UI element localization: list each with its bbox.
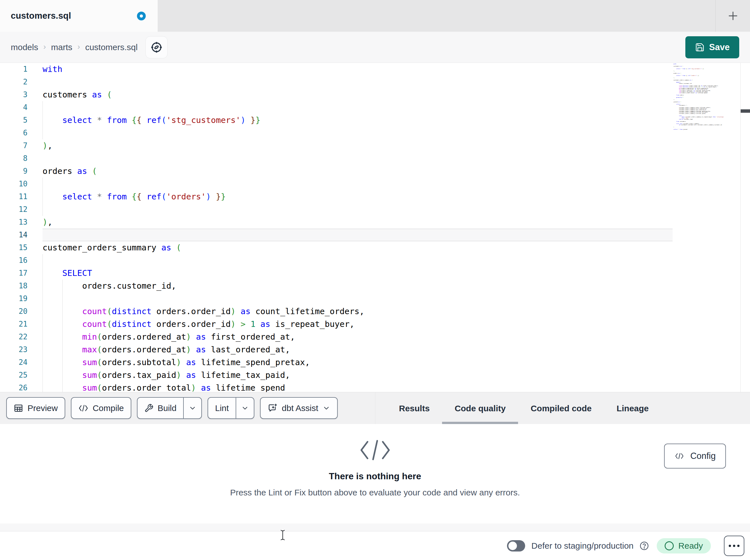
breadcrumb-separator: › — [43, 42, 46, 53]
code-lines[interactable]: 1with23customers as (45 select * from {{… — [0, 63, 673, 392]
line-number: 21 — [0, 318, 42, 331]
breadcrumb-customers-sql: customers.sql — [85, 42, 138, 52]
line-number: 23 — [0, 343, 42, 356]
line-number: 11 — [0, 190, 42, 203]
code-line[interactable]: 8 — [0, 152, 673, 165]
build-dropdown-button[interactable] — [183, 398, 201, 418]
empty-state-message: Press the Lint or Fix button above to ev… — [230, 488, 520, 497]
compile-button[interactable]: Compile — [71, 397, 131, 419]
preview-label: Preview — [27, 403, 58, 413]
chevron-down-icon — [322, 404, 330, 412]
code-line[interactable]: 5 select * from {{ ref('stg_customers') … — [0, 114, 673, 127]
tab-compiled-code-label: Compiled code — [531, 403, 592, 413]
line-number: 15 — [0, 241, 42, 254]
save-button[interactable]: Save — [685, 36, 739, 58]
preview-button[interactable]: Preview — [6, 397, 65, 419]
defer-toggle[interactable] — [507, 540, 525, 552]
ibeam-cursor — [279, 529, 287, 541]
line-number: 24 — [0, 356, 42, 369]
code-line[interactable]: 23 max(orders.ordered_at) as last_ordere… — [0, 343, 673, 356]
tab-lineage-label: Lineage — [616, 403, 649, 413]
empty-code-icon — [358, 439, 392, 461]
code-line[interactable]: 3customers as ( — [0, 88, 673, 101]
tab-results-label: Results — [399, 403, 430, 413]
tab-lineage[interactable]: Lineage — [604, 392, 661, 424]
action-toolbar: Preview Compile Build — [0, 392, 750, 424]
toggle-knob-icon — [508, 542, 517, 550]
code-line[interactable]: 13), — [0, 216, 673, 229]
line-number: 20 — [0, 305, 42, 318]
code-line[interactable]: 21 count(distinct orders.order_id) > 1 a… — [0, 318, 673, 331]
code-line[interactable]: 4 — [0, 101, 673, 114]
chevron-down-icon — [189, 404, 197, 412]
minimap[interactable]: with customers as ( select * from {{ ref… — [673, 63, 741, 392]
code-quality-panel: Config There is nothing here Press the L… — [0, 424, 750, 523]
code-line[interactable]: 15customer_orders_summary as ( — [0, 241, 673, 254]
code-line[interactable]: 2 — [0, 76, 673, 88]
build-label: Build — [158, 403, 177, 413]
toolbar-divider — [375, 392, 375, 424]
code-line[interactable]: 1with — [0, 63, 673, 76]
tab-results[interactable]: Results — [387, 392, 442, 424]
code-line[interactable]: 19 — [0, 292, 673, 305]
line-number: 4 — [0, 101, 42, 114]
new-tab-button[interactable] — [715, 0, 750, 32]
code-line[interactable]: 26 sum(orders.order_total) as lifetime_s… — [0, 381, 673, 392]
tab-compiled-code[interactable]: Compiled code — [518, 392, 604, 424]
line-number: 26 — [0, 381, 42, 392]
line-number: 22 — [0, 331, 42, 343]
code-line[interactable]: 24 sum(orders.subtotal) as lifetime_spen… — [0, 356, 673, 369]
line-number: 16 — [0, 254, 42, 267]
code-editor[interactable]: 1with23customers as (45 select * from {{… — [0, 63, 750, 392]
code-line[interactable]: 14 — [0, 229, 673, 241]
breadcrumb-models[interactable]: models — [11, 42, 38, 52]
breadcrumb: models › marts › customers.sql — [11, 32, 167, 63]
lint-dropdown-button[interactable] — [236, 398, 254, 418]
assist-chat-icon — [268, 403, 278, 413]
line-number: 25 — [0, 369, 42, 381]
lint-split-button: Lint — [208, 397, 254, 419]
line-number: 13 — [0, 216, 42, 229]
line-number: 10 — [0, 178, 42, 190]
explore-lineage-button[interactable] — [145, 36, 167, 58]
editor-action-buttons: Preview Compile Build — [6, 397, 338, 419]
code-line[interactable]: 10 — [0, 178, 673, 190]
line-number: 14 — [0, 229, 42, 241]
build-button[interactable]: Build — [138, 398, 183, 418]
line-number: 9 — [0, 165, 42, 178]
code-icon — [78, 404, 88, 412]
tab-customers-sql[interactable]: customers.sql — [0, 0, 158, 32]
dbt-assist-button[interactable]: dbt Assist — [260, 397, 338, 419]
code-line[interactable]: 12 — [0, 203, 673, 216]
code-line[interactable]: 22 min(orders.ordered_at) as first_order… — [0, 331, 673, 343]
tab-code-quality-label: Code quality — [455, 403, 506, 413]
breadcrumb-marts[interactable]: marts — [51, 42, 72, 52]
panel-scroll-strip — [0, 523, 750, 532]
more-options-button[interactable] — [724, 536, 744, 556]
status-badge-ready[interactable]: Ready — [657, 538, 711, 554]
code-line[interactable]: 20 count(distinct orders.order_id) as co… — [0, 305, 673, 318]
help-icon[interactable] — [639, 541, 649, 551]
build-split-button: Build — [137, 397, 202, 419]
code-line[interactable]: 9orders as ( — [0, 165, 673, 178]
line-number: 19 — [0, 292, 42, 305]
empty-state: There is nothing here Press the Lint or … — [0, 439, 750, 497]
code-line[interactable]: 18 orders.customer_id, — [0, 279, 673, 292]
lint-button[interactable]: Lint — [208, 398, 235, 418]
compass-icon — [150, 41, 163, 54]
line-number: 8 — [0, 152, 42, 165]
code-line[interactable]: 16 — [0, 254, 673, 267]
code-line[interactable]: 7), — [0, 139, 673, 152]
tab-title: customers.sql — [11, 11, 71, 21]
compile-label: Compile — [93, 403, 124, 413]
tab-code-quality[interactable]: Code quality — [442, 392, 518, 424]
code-line[interactable]: 17 SELECT — [0, 267, 673, 279]
save-icon — [695, 42, 705, 52]
editor-scrollbar[interactable] — [741, 63, 750, 392]
plus-icon — [727, 9, 739, 22]
code-line[interactable]: 6 — [0, 127, 673, 139]
chevron-down-icon — [241, 404, 249, 412]
code-line[interactable]: 11 select * from {{ ref('orders') }} — [0, 190, 673, 203]
code-line[interactable]: 25 sum(orders.tax_paid) as lifetime_tax_… — [0, 369, 673, 381]
lint-label: Lint — [215, 403, 229, 413]
